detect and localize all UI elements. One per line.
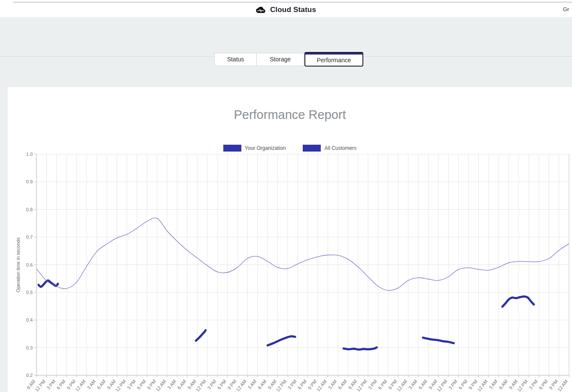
header-right-link[interactable]: Gr (563, 6, 569, 12)
chart-title: Performance Report (8, 87, 572, 123)
all-customers-swatch (303, 145, 321, 152)
legend-label: All Customers (324, 145, 356, 151)
legend-label: Your Organization (245, 145, 286, 151)
report-card: Performance Report Your Organization All… (8, 87, 572, 392)
cloud-pulse-icon (256, 6, 265, 14)
tab-status[interactable]: Status (214, 53, 257, 66)
chart-legend: Your Organization All Customers (8, 145, 572, 152)
your-organization-swatch (223, 145, 241, 152)
tab-performance[interactable]: Performance (304, 52, 363, 67)
legend-item-all-customers[interactable]: All Customers (303, 145, 356, 152)
tab-bar: Status Storage Performance (214, 53, 363, 67)
app-title: Cloud Status (270, 6, 316, 14)
brand: Cloud Status (0, 3, 572, 17)
app-header: Cloud Status Gr (0, 3, 572, 18)
tab-storage[interactable]: Storage (256, 53, 304, 66)
legend-item-your-organization[interactable]: Your Organization (223, 145, 286, 152)
